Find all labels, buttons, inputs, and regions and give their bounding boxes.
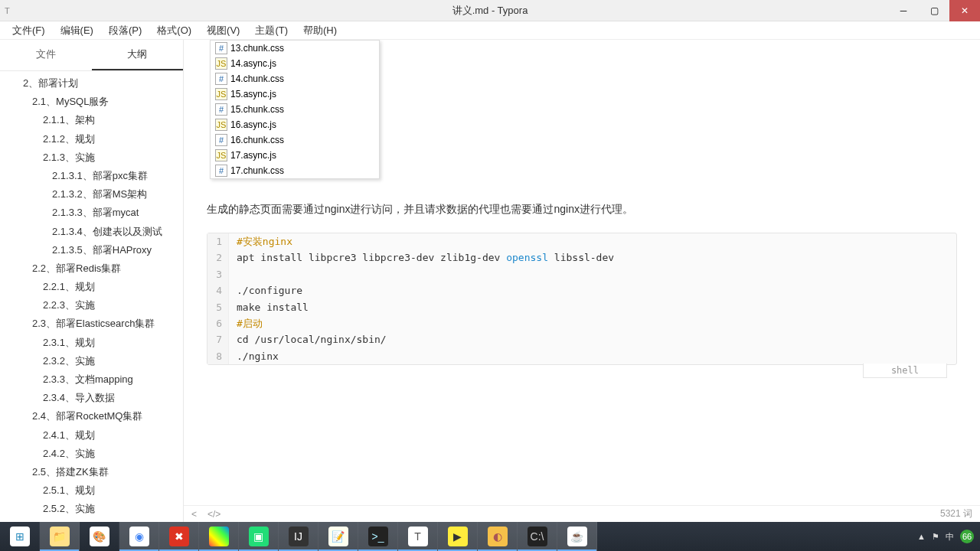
swirl-icon-glyph: ◐ [488, 527, 508, 546]
outline-item[interactable]: 2.2.3、实施 [0, 296, 183, 315]
file-row[interactable]: #13.chunk.css [211, 41, 379, 56]
line-content: #启动 [229, 315, 263, 331]
file-row[interactable]: #14.chunk.css [211, 71, 379, 86]
outline-item[interactable]: 2.1.1、架构 [0, 111, 183, 129]
menu-item[interactable]: 文件(F) [5, 24, 53, 37]
explorer-icon[interactable]: 📁 [40, 522, 80, 551]
tray-badge[interactable]: 66 [960, 530, 974, 543]
outline-item[interactable]: 2.5.1、规划 [0, 481, 183, 500]
file-row[interactable]: #16.chunk.css [211, 132, 379, 148]
line-content: ./nginx [229, 348, 279, 364]
file-row[interactable]: JS14.async.js [211, 56, 379, 71]
line-number: 6 [207, 315, 229, 331]
outline-item[interactable]: 2、部署计划 [0, 74, 183, 93]
outline-item[interactable]: 2.2、部署Redis集群 [0, 259, 183, 278]
editor-content[interactable]: #13.chunk.cssJS14.async.js#14.chunk.cssJ… [184, 40, 980, 522]
code-toggle-icon[interactable]: </> [207, 509, 220, 520]
paint-icon[interactable]: 🎨 [80, 522, 119, 551]
ime-indicator[interactable]: 中 [946, 531, 954, 543]
outline-item[interactable]: 2.2.1、规划 [0, 278, 183, 296]
chrome-icon[interactable]: ◉ [119, 522, 159, 551]
outline-item[interactable]: 2.5、搭建ZK集群 [0, 463, 183, 481]
line-content: apt install libpcre3 libpcre3-dev zlib1g… [229, 249, 614, 266]
file-row[interactable]: #15.chunk.css [211, 102, 379, 117]
tray-flag-icon[interactable]: ⚑ [932, 532, 939, 542]
file-name: 14.async.js [230, 58, 276, 69]
menu-item[interactable]: 格式(O) [149, 24, 199, 37]
file-row[interactable]: JS16.async.js [211, 117, 379, 132]
code-line[interactable]: 2apt install libpcre3 libpcre3-dev zlib1… [207, 249, 956, 266]
code-line[interactable]: 1#安装nginx [207, 233, 956, 249]
outline-item[interactable]: 2.1.3.1、部署pxc集群 [0, 167, 183, 185]
excel-icon[interactable]: ▣ [239, 522, 279, 551]
back-icon[interactable]: < [191, 509, 197, 520]
outline-item[interactable]: 2.5.2、实施 [0, 500, 183, 518]
outline-item[interactable]: 2.4.1、规划 [0, 426, 183, 445]
status-bar: < </> 5321 词 [184, 505, 980, 522]
menu-item[interactable]: 主题(T) [247, 24, 296, 37]
notepad-icon-glyph: 📝 [328, 527, 348, 546]
excel-icon-glyph: ▣ [249, 527, 269, 546]
outline-item[interactable]: 2.3.3、文档mapping [0, 370, 183, 389]
line-number: 1 [207, 233, 229, 249]
xshell-icon[interactable]: ✖ [159, 522, 199, 551]
line-content: cd /usr/local/nginx/sbin/ [229, 331, 387, 347]
outline-item[interactable]: 2.3、部署Elasticsearch集群 [0, 315, 183, 333]
code-line[interactable]: 7cd /usr/local/nginx/sbin/ [207, 331, 956, 347]
start-button-glyph: ⊞ [10, 527, 30, 546]
notepad-icon[interactable]: 📝 [318, 522, 358, 551]
typora-icon[interactable]: T [398, 522, 438, 551]
swirl-icon[interactable]: ◐ [478, 522, 518, 551]
file-name: 15.chunk.css [230, 104, 284, 115]
file-row[interactable]: JS15.async.js [211, 86, 379, 102]
code-language-label[interactable]: shell [863, 364, 947, 378]
potplayer-icon[interactable]: ▶ [438, 522, 478, 551]
code-line[interactable]: 8./nginx [207, 348, 956, 364]
line-content: make install [229, 299, 309, 315]
code-line[interactable]: 6#启动 [207, 315, 956, 331]
outline-item[interactable]: 2.1.3.2、部署MS架构 [0, 185, 183, 204]
file-row[interactable]: #17.chunk.css [211, 163, 379, 178]
outline-item[interactable]: 2.1.3.4、创建表以及测试 [0, 223, 183, 241]
outline-tree[interactable]: 2、部署计划2.1、MySQL服务2.1.1、架构2.1.2、规划2.1.3、实… [0, 71, 183, 522]
cmd-icon[interactable]: C:\ [518, 522, 557, 551]
word-count[interactable]: 5321 词 [940, 507, 972, 520]
menubar: 文件(F)编辑(E)段落(P)格式(O)视图(V)主题(T)帮助(H) [0, 21, 980, 40]
menu-item[interactable]: 视图(V) [199, 24, 247, 37]
intellij-icon-glyph: IJ [289, 527, 309, 546]
code-line[interactable]: 5make install [207, 299, 956, 315]
outline-item[interactable]: 2.3.4、导入数据 [0, 389, 183, 407]
outline-item[interactable]: 2.4.2、实施 [0, 445, 183, 463]
menu-item[interactable]: 帮助(H) [296, 24, 345, 37]
system-tray[interactable]: ▲ ⚑ 中 66 [917, 530, 980, 543]
css-file-icon: # [215, 42, 227, 54]
outline-item[interactable]: 2.4、部署RocketMQ集群 [0, 407, 183, 425]
outline-item[interactable]: 2.3.2、实施 [0, 352, 183, 370]
minimize-button[interactable]: ─ [888, 0, 919, 21]
outline-item[interactable]: 2.1、MySQL服务 [0, 93, 183, 111]
outline-item[interactable]: 2.1.3.5、部署HAProxy [0, 241, 183, 259]
code-line[interactable]: 3 [207, 266, 956, 282]
maximize-button[interactable]: ▢ [919, 0, 949, 21]
tray-chevron-icon[interactable]: ▲ [917, 532, 926, 541]
java-icon[interactable]: ☕ [557, 522, 597, 551]
tab-outline[interactable]: 大纲 [92, 40, 184, 70]
terminal-icon[interactable]: >_ [358, 522, 398, 551]
js-file-icon: JS [215, 149, 227, 161]
css-file-icon: # [215, 73, 227, 85]
intellij-icon[interactable]: IJ [279, 522, 318, 551]
outline-item[interactable]: 2.1.3、实施 [0, 148, 183, 167]
start-button[interactable]: ⊞ [0, 522, 40, 551]
outline-item[interactable]: 2.1.2、规划 [0, 130, 183, 148]
window-title: 讲义.md - Typora [452, 4, 528, 18]
outline-item[interactable]: 2.1.3.3、部署mycat [0, 204, 183, 222]
outline-item[interactable]: 2.3.1、规划 [0, 334, 183, 352]
rainbow-icon[interactable] [199, 522, 239, 551]
file-row[interactable]: JS17.async.js [211, 148, 379, 163]
tab-files[interactable]: 文件 [0, 40, 92, 70]
code-line[interactable]: 4./configure [207, 282, 956, 298]
menu-item[interactable]: 段落(P) [101, 24, 149, 37]
menu-item[interactable]: 编辑(E) [53, 24, 101, 37]
code-block[interactable]: 1#安装nginx2apt install libpcre3 libpcre3-… [207, 233, 957, 366]
close-button[interactable]: ✕ [949, 0, 980, 21]
